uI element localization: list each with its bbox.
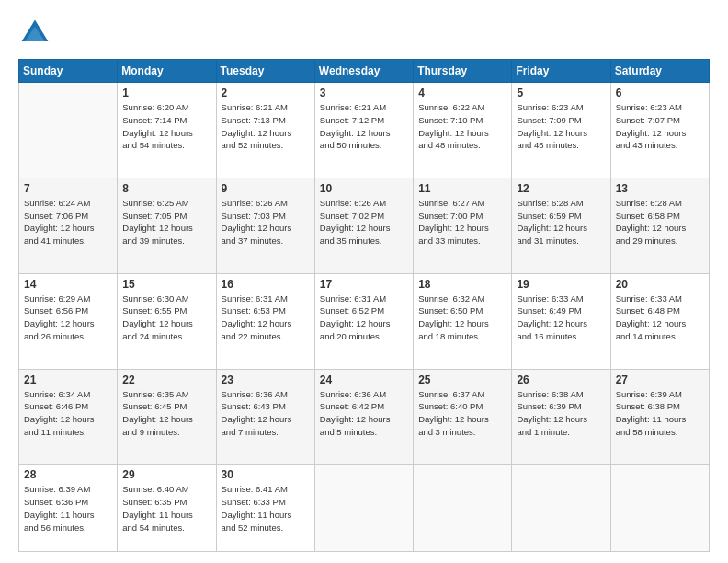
calendar-cell: 28Sunrise: 6:39 AM Sunset: 6:36 PM Dayli… xyxy=(19,465,118,552)
calendar-cell: 23Sunrise: 6:36 AM Sunset: 6:43 PM Dayli… xyxy=(216,369,314,465)
day-info: Sunrise: 6:39 AM Sunset: 6:36 PM Dayligh… xyxy=(24,483,112,534)
calendar-cell: 19Sunrise: 6:33 AM Sunset: 6:49 PM Dayli… xyxy=(512,273,610,369)
day-number: 28 xyxy=(24,468,112,481)
calendar-cell: 18Sunrise: 6:32 AM Sunset: 6:50 PM Dayli… xyxy=(414,273,512,369)
day-number: 16 xyxy=(222,278,310,291)
calendar-cell xyxy=(19,83,118,178)
day-info: Sunrise: 6:38 AM Sunset: 6:39 PM Dayligh… xyxy=(517,388,605,439)
calendar-cell xyxy=(314,465,413,552)
day-number: 4 xyxy=(418,86,506,99)
logo xyxy=(18,17,57,50)
day-number: 10 xyxy=(320,182,408,195)
day-info: Sunrise: 6:21 AM Sunset: 7:13 PM Dayligh… xyxy=(222,101,310,152)
day-number: 6 xyxy=(616,86,704,99)
day-number: 5 xyxy=(517,86,605,99)
weekday-header: Friday xyxy=(512,60,610,83)
day-number: 27 xyxy=(616,373,704,386)
calendar-cell: 5Sunrise: 6:23 AM Sunset: 7:09 PM Daylig… xyxy=(512,83,610,178)
day-info: Sunrise: 6:31 AM Sunset: 6:53 PM Dayligh… xyxy=(222,293,310,343)
day-info: Sunrise: 6:25 AM Sunset: 7:05 PM Dayligh… xyxy=(122,197,210,247)
day-number: 21 xyxy=(24,373,112,386)
day-number: 30 xyxy=(222,468,310,481)
calendar-week-row: 7Sunrise: 6:24 AM Sunset: 7:06 PM Daylig… xyxy=(19,178,710,273)
calendar-cell: 25Sunrise: 6:37 AM Sunset: 6:40 PM Dayli… xyxy=(414,369,512,465)
day-info: Sunrise: 6:35 AM Sunset: 6:45 PM Dayligh… xyxy=(122,388,210,439)
day-info: Sunrise: 6:20 AM Sunset: 7:14 PM Dayligh… xyxy=(122,101,210,152)
day-info: Sunrise: 6:27 AM Sunset: 7:00 PM Dayligh… xyxy=(418,197,506,247)
day-info: Sunrise: 6:33 AM Sunset: 6:48 PM Dayligh… xyxy=(616,293,704,343)
day-number: 25 xyxy=(418,373,506,386)
calendar-cell: 21Sunrise: 6:34 AM Sunset: 6:46 PM Dayli… xyxy=(19,369,118,465)
header xyxy=(18,17,710,50)
page: SundayMondayTuesdayWednesdayThursdayFrid… xyxy=(0,0,728,563)
day-info: Sunrise: 6:39 AM Sunset: 6:38 PM Dayligh… xyxy=(616,388,704,439)
calendar-cell: 30Sunrise: 6:41 AM Sunset: 6:33 PM Dayli… xyxy=(216,465,314,552)
weekday-header: Saturday xyxy=(610,60,709,83)
calendar-header: SundayMondayTuesdayWednesdayThursdayFrid… xyxy=(19,60,710,83)
day-info: Sunrise: 6:37 AM Sunset: 6:40 PM Dayligh… xyxy=(418,388,506,439)
calendar-cell: 17Sunrise: 6:31 AM Sunset: 6:52 PM Dayli… xyxy=(314,273,413,369)
day-info: Sunrise: 6:33 AM Sunset: 6:49 PM Dayligh… xyxy=(517,293,605,343)
calendar-week-row: 14Sunrise: 6:29 AM Sunset: 6:56 PM Dayli… xyxy=(19,273,710,369)
calendar-cell: 4Sunrise: 6:22 AM Sunset: 7:10 PM Daylig… xyxy=(414,83,512,178)
day-number: 2 xyxy=(222,86,310,99)
day-number: 19 xyxy=(517,278,605,291)
day-info: Sunrise: 6:26 AM Sunset: 7:03 PM Dayligh… xyxy=(222,197,310,247)
weekday-header: Sunday xyxy=(19,60,118,83)
weekday-header: Thursday xyxy=(414,60,512,83)
day-number: 20 xyxy=(616,278,704,291)
calendar-cell: 27Sunrise: 6:39 AM Sunset: 6:38 PM Dayli… xyxy=(610,369,709,465)
day-number: 17 xyxy=(320,278,408,291)
day-number: 18 xyxy=(418,278,506,291)
weekday-header: Wednesday xyxy=(314,60,413,83)
day-info: Sunrise: 6:34 AM Sunset: 6:46 PM Dayligh… xyxy=(24,388,112,439)
calendar-cell: 9Sunrise: 6:26 AM Sunset: 7:03 PM Daylig… xyxy=(216,178,314,273)
day-number: 26 xyxy=(517,373,605,386)
calendar-week-row: 21Sunrise: 6:34 AM Sunset: 6:46 PM Dayli… xyxy=(19,369,710,465)
day-info: Sunrise: 6:23 AM Sunset: 7:09 PM Dayligh… xyxy=(517,101,605,152)
calendar-cell: 12Sunrise: 6:28 AM Sunset: 6:59 PM Dayli… xyxy=(512,178,610,273)
day-number: 13 xyxy=(616,182,704,195)
day-number: 7 xyxy=(24,182,112,195)
day-info: Sunrise: 6:23 AM Sunset: 7:07 PM Dayligh… xyxy=(616,101,704,152)
weekday-row: SundayMondayTuesdayWednesdayThursdayFrid… xyxy=(19,60,710,83)
day-number: 8 xyxy=(122,182,210,195)
day-info: Sunrise: 6:31 AM Sunset: 6:52 PM Dayligh… xyxy=(320,293,408,343)
calendar-cell: 10Sunrise: 6:26 AM Sunset: 7:02 PM Dayli… xyxy=(314,178,413,273)
day-info: Sunrise: 6:28 AM Sunset: 6:58 PM Dayligh… xyxy=(616,197,704,247)
day-info: Sunrise: 6:41 AM Sunset: 6:33 PM Dayligh… xyxy=(222,483,310,534)
calendar-cell: 6Sunrise: 6:23 AM Sunset: 7:07 PM Daylig… xyxy=(610,83,709,178)
weekday-header: Monday xyxy=(118,60,216,83)
calendar-cell: 22Sunrise: 6:35 AM Sunset: 6:45 PM Dayli… xyxy=(118,369,216,465)
day-info: Sunrise: 6:40 AM Sunset: 6:35 PM Dayligh… xyxy=(122,483,210,534)
day-number: 23 xyxy=(222,373,310,386)
calendar-week-row: 28Sunrise: 6:39 AM Sunset: 6:36 PM Dayli… xyxy=(19,465,710,552)
calendar-cell: 3Sunrise: 6:21 AM Sunset: 7:12 PM Daylig… xyxy=(314,83,413,178)
day-number: 1 xyxy=(122,86,210,99)
day-info: Sunrise: 6:32 AM Sunset: 6:50 PM Dayligh… xyxy=(418,293,506,343)
weekday-header: Tuesday xyxy=(216,60,314,83)
calendar-cell: 20Sunrise: 6:33 AM Sunset: 6:48 PM Dayli… xyxy=(610,273,709,369)
calendar-week-row: 1Sunrise: 6:20 AM Sunset: 7:14 PM Daylig… xyxy=(19,83,710,178)
day-number: 9 xyxy=(222,182,310,195)
calendar-cell: 8Sunrise: 6:25 AM Sunset: 7:05 PM Daylig… xyxy=(118,178,216,273)
day-info: Sunrise: 6:28 AM Sunset: 6:59 PM Dayligh… xyxy=(517,197,605,247)
calendar-cell: 16Sunrise: 6:31 AM Sunset: 6:53 PM Dayli… xyxy=(216,273,314,369)
calendar-cell: 15Sunrise: 6:30 AM Sunset: 6:55 PM Dayli… xyxy=(118,273,216,369)
day-info: Sunrise: 6:36 AM Sunset: 6:42 PM Dayligh… xyxy=(320,388,408,439)
calendar-cell: 1Sunrise: 6:20 AM Sunset: 7:14 PM Daylig… xyxy=(118,83,216,178)
day-number: 22 xyxy=(122,373,210,386)
calendar-cell xyxy=(512,465,610,552)
calendar-cell xyxy=(414,465,512,552)
calendar-body: 1Sunrise: 6:20 AM Sunset: 7:14 PM Daylig… xyxy=(19,83,710,552)
day-info: Sunrise: 6:24 AM Sunset: 7:06 PM Dayligh… xyxy=(24,197,112,247)
calendar-cell: 24Sunrise: 6:36 AM Sunset: 6:42 PM Dayli… xyxy=(314,369,413,465)
day-number: 3 xyxy=(320,86,408,99)
day-number: 14 xyxy=(24,278,112,291)
day-info: Sunrise: 6:29 AM Sunset: 6:56 PM Dayligh… xyxy=(24,293,112,343)
day-info: Sunrise: 6:22 AM Sunset: 7:10 PM Dayligh… xyxy=(418,101,506,152)
calendar-cell: 11Sunrise: 6:27 AM Sunset: 7:00 PM Dayli… xyxy=(414,178,512,273)
day-info: Sunrise: 6:36 AM Sunset: 6:43 PM Dayligh… xyxy=(222,388,310,439)
calendar-cell: 13Sunrise: 6:28 AM Sunset: 6:58 PM Dayli… xyxy=(610,178,709,273)
calendar-cell: 14Sunrise: 6:29 AM Sunset: 6:56 PM Dayli… xyxy=(19,273,118,369)
